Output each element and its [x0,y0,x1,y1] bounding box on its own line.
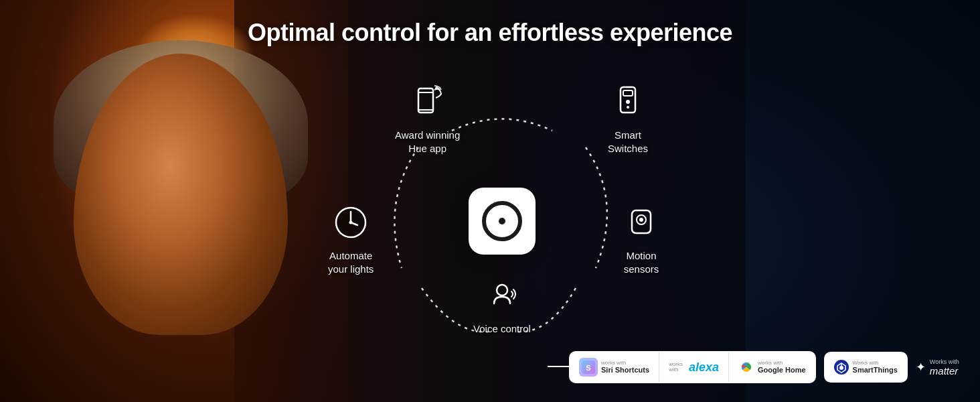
matter-name: matter [930,365,959,377]
svg-point-20 [839,366,843,370]
siri-badge: S works with Siri Shortcuts [570,352,659,383]
motion-icon [620,201,663,244]
smartthings-name: SmartThings [853,366,898,375]
alexa-icon: alexa [689,360,719,375]
svg-point-11 [349,221,353,224]
voice-icon [481,274,523,317]
svg-point-7 [627,106,629,109]
compat-group-main: S works with Siri Shortcuts works with [569,351,816,383]
compatibility-badges: S works with Siri Shortcuts works with [569,351,959,383]
feature-switches: Smart Switches [606,80,649,155]
page-title: Optimal control for an effortless experi… [248,19,732,47]
google-works-with: works with [758,360,806,366]
google-icon [738,359,754,375]
content-area: Optimal control for an effortless experi… [0,0,980,402]
smartthings-badge: Works with SmartThings [824,352,908,383]
svg-point-6 [626,100,630,104]
switches-icon [606,80,649,123]
svg-point-15 [497,285,507,295]
svg-text:S: S [586,364,590,372]
app-label: Award winning Hue app [395,129,460,155]
feature-motion: Motion sensors [620,201,663,275]
switches-label: Smart Switches [606,129,649,155]
motion-label: Motion sensors [620,249,663,275]
feature-app: Award winning Hue app [395,80,460,155]
matter-badge: ✦ Works with matter [916,358,959,377]
voice-label: Voice control [473,322,531,336]
scene: Optimal control for an effortless experi… [0,0,980,402]
matter-icon: ✦ [916,360,926,375]
alexa-badge: works with alexa [659,352,729,383]
alexa-works-with: works with [669,362,683,373]
feature-voice: Voice control [473,274,531,336]
smartthings-icon [834,360,849,375]
google-name: Google Home [758,366,806,375]
smartthings-works-with: Works with [853,360,898,366]
google-badge: works with Google Home [729,352,815,383]
siri-name: Siri Shortcuts [601,366,649,375]
siri-works-with: works with [601,360,649,366]
hub-center-icon [469,188,536,255]
svg-rect-5 [623,90,633,96]
automate-icon [329,201,372,244]
svg-point-14 [639,218,643,222]
features-diagram: Award winning Hue app Smart [308,67,696,375]
siri-icon: S [579,358,598,377]
app-icon [406,80,449,123]
automate-label: Automate your lights [328,249,374,275]
feature-automate: Automate your lights [328,201,374,275]
